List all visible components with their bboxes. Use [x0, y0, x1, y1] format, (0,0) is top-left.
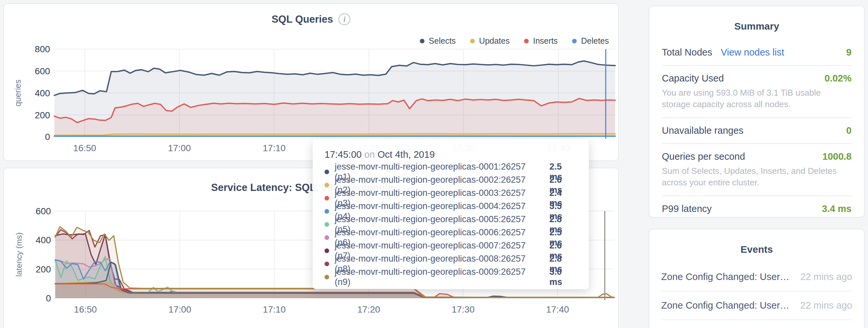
summary-row-value: 3.4 ms	[822, 203, 851, 214]
tooltip-rows: jesse-movr-multi-region-georeplicas-0001…	[324, 165, 577, 284]
summary-row-head: Unavailable ranges0	[662, 125, 851, 136]
legend-item-selects[interactable]: Selects	[420, 36, 456, 46]
legend-item-deletes[interactable]: Deletes	[572, 36, 609, 46]
summary-rows: Total NodesView nodes list9Capacity Used…	[662, 40, 851, 222]
summary-row-unavailable-ranges: Unavailable ranges0	[662, 117, 851, 143]
event-time: 22 mins ago	[800, 271, 852, 282]
series-dot-icon	[324, 222, 329, 227]
tooltip-row: jesse-movr-multi-region-georeplicas-0009…	[324, 270, 577, 284]
series-dot-icon	[324, 209, 329, 214]
svg-text:200: 200	[35, 110, 50, 120]
summary-row-total-nodes: Total NodesView nodes list9	[662, 40, 851, 65]
svg-text:600: 600	[35, 66, 50, 76]
summary-panel: Summary Total NodesView nodes list9Capac…	[649, 6, 865, 218]
summary-row-value: 1000.8	[822, 151, 851, 162]
series-dot-icon	[324, 183, 329, 187]
legend-dot-icon	[420, 39, 425, 43]
legend-item-inserts[interactable]: Inserts	[524, 36, 558, 46]
svg-text:17:10: 17:10	[263, 304, 286, 315]
cluster-overview-page: { "tooltip": { "time": "17:45:00", "conn…	[0, 0, 868, 328]
tooltip-connector: on	[364, 149, 375, 160]
event-row[interactable]: Zone Config Changed: User…22 mins ago	[661, 320, 852, 328]
y-axis-label: latency (ms)	[14, 232, 23, 277]
summary-title: Summary	[649, 6, 864, 40]
event-title: Zone Config Changed: User…	[661, 300, 789, 311]
series-dot-icon	[324, 196, 329, 200]
tooltip-date: Oct 4th, 2019	[377, 149, 435, 160]
summary-row-value: 0	[846, 125, 851, 136]
summary-row-head: Total NodesView nodes list9	[662, 47, 851, 58]
summary-row-head: P99 latency3.4 ms	[662, 203, 851, 214]
events-title: Events	[649, 229, 864, 263]
event-title: Zone Config Changed: User…	[661, 271, 789, 282]
node-latency-value: 3.0 ms	[549, 267, 577, 287]
svg-text:400: 400	[35, 88, 50, 98]
series-dot-icon	[324, 235, 329, 240]
series-dot-icon	[324, 275, 329, 280]
svg-text:17:20: 17:20	[358, 304, 380, 315]
summary-row-description: Sum of Selects, Updates, Inserts, and De…	[662, 165, 851, 188]
svg-text:16:50: 16:50	[73, 143, 96, 153]
y-axis-label: queries	[13, 79, 22, 106]
event-time: 22 mins ago	[800, 300, 852, 311]
svg-text:17:10: 17:10	[263, 143, 286, 153]
summary-row-queries-per-second: Queries per second1000.8Sum of Selects, …	[662, 143, 851, 196]
svg-text:17:40: 17:40	[546, 304, 569, 315]
series-dot-icon	[324, 262, 329, 266]
sql-queries-plot[interactable]: 020040060080016:5017:0017:1017:2017:3017…	[4, 4, 618, 160]
svg-text:800: 800	[35, 44, 50, 54]
tooltip-title: 17:45:00 on Oct 4th, 2019	[324, 149, 577, 160]
summary-row-value: 0.02%	[825, 73, 851, 84]
sql-queries-title-text: SQL Queries	[272, 13, 333, 25]
series-dot-icon	[324, 170, 329, 174]
summary-row-label: Unavailable ranges	[662, 125, 743, 136]
sql-queries-panel: SQL Queries i SelectsUpdatesInsertsDelet…	[3, 3, 619, 161]
svg-text:400: 400	[36, 235, 51, 245]
svg-text:200: 200	[36, 264, 51, 274]
node-label: jesse-movr-multi-region-georeplicas-0009…	[335, 267, 544, 287]
tooltip-time: 17:45:00	[324, 149, 362, 160]
svg-text:17:30: 17:30	[452, 304, 475, 315]
legend-dot-icon	[470, 39, 475, 43]
event-row[interactable]: Zone Config Changed: User…22 mins ago	[661, 291, 852, 320]
legend-item-updates[interactable]: Updates	[470, 36, 509, 46]
svg-text:0: 0	[45, 132, 50, 142]
sql-queries-legend: SelectsUpdatesInsertsDeletes	[420, 36, 609, 46]
event-row[interactable]: Zone Config Changed: User…22 mins ago	[661, 263, 852, 291]
summary-row-label: P99 latency	[662, 203, 712, 214]
summary-row-label: Queries per second	[662, 151, 745, 162]
sql-queries-title: SQL Queries i	[4, 13, 618, 25]
summary-row-label: Total Nodes	[662, 47, 712, 58]
svg-text:0: 0	[46, 293, 51, 303]
legend-label: Inserts	[533, 36, 558, 46]
info-icon[interactable]: i	[338, 13, 350, 25]
summary-row-value: 9	[846, 47, 851, 58]
series-dot-icon	[324, 249, 329, 253]
svg-text:17:00: 17:00	[168, 304, 191, 315]
legend-dot-icon	[572, 39, 577, 43]
summary-row-head: Capacity Used0.02%	[662, 73, 851, 84]
summary-row-head: Queries per second1000.8	[662, 151, 851, 162]
event-rows: Zone Config Changed: User…22 mins agoZon…	[661, 263, 852, 328]
sql-queries-chart[interactable]: 020040060080016:5017:0017:1017:2017:3017…	[4, 4, 618, 160]
chart-hover-tooltip: 17:45:00 on Oct 4th, 2019 jesse-movr-mul…	[313, 139, 589, 289]
view-nodes-list-link[interactable]: View nodes list	[721, 47, 784, 58]
svg-text:16:50: 16:50	[74, 304, 97, 315]
summary-row-label: Capacity Used	[662, 73, 724, 84]
events-panel: Events Zone Config Changed: User…22 mins…	[649, 229, 865, 328]
summary-row-description: You are using 593.0 MiB of 3.1 TiB usabl…	[662, 87, 851, 110]
svg-text:600: 600	[36, 206, 51, 216]
legend-dot-icon	[524, 39, 529, 43]
summary-row-p99-latency: P99 latency3.4 ms	[662, 196, 851, 222]
svg-text:17:00: 17:00	[168, 143, 191, 153]
legend-label: Selects	[429, 36, 456, 46]
summary-row-capacity-used: Capacity Used0.02%You are using 593.0 Mi…	[662, 65, 851, 117]
legend-label: Deletes	[581, 36, 609, 46]
legend-label: Updates	[479, 36, 509, 46]
